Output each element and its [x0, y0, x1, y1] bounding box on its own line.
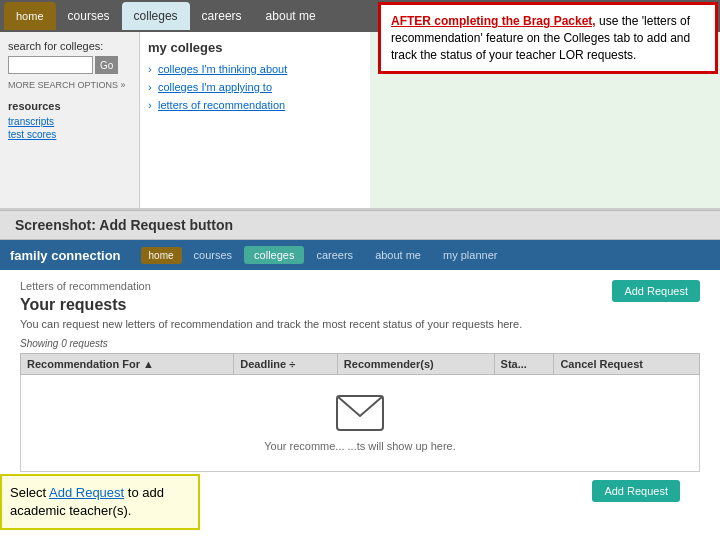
table-header-row: Recommendation For ▲ Deadline ÷ Recommen…: [21, 354, 700, 375]
col-deadline: Deadline ÷: [234, 354, 338, 375]
my-colleges-title: my colleges: [148, 40, 362, 55]
fc-nav: home courses colleges careers about me m…: [141, 246, 710, 264]
lor-breadcrumb: Letters of recommendation: [20, 280, 700, 292]
bottom-cta-text: Select Add Request to add academic teach…: [10, 484, 190, 520]
showing-label: Showing 0 requests: [20, 338, 700, 349]
col-recommendation-for: Recommendation For ▲: [21, 354, 234, 375]
col-status: Sta...: [494, 354, 554, 375]
cta-prefix: Select: [10, 485, 49, 500]
more-options-link[interactable]: MORE SEARCH OPTIONS »: [8, 80, 131, 90]
fc-tab-careers[interactable]: careers: [306, 246, 363, 264]
add-request-button-bottom[interactable]: Add Request: [592, 480, 680, 502]
center-panel: my colleges colleges I'm thinking about …: [140, 32, 370, 210]
lor-description: You can request new letters of recommend…: [20, 318, 700, 330]
letters-of-recommendation-link[interactable]: letters of recommendation: [148, 99, 362, 111]
transcripts-link[interactable]: transcripts: [8, 116, 131, 127]
nav-tab-careers[interactable]: careers: [190, 2, 254, 30]
resources-label: resources: [8, 100, 131, 112]
empty-text: Your recomme... ...ts will show up here.: [42, 440, 678, 452]
fc-tab-my-planner[interactable]: my planner: [433, 246, 507, 264]
colleges-applying-link[interactable]: colleges I'm applying to: [148, 81, 362, 93]
screenshot-label: Screenshot: Add Request button: [0, 210, 720, 240]
test-scores-link[interactable]: test scores: [8, 129, 131, 140]
overlay-title: AFTER completing the Brag Packet,: [391, 14, 596, 28]
table-empty-row: Your recomme... ...ts will show up here.: [21, 375, 700, 472]
search-row: Go: [8, 56, 131, 74]
fc-header: family connection home courses colleges …: [0, 240, 720, 270]
colleges-thinking-link[interactable]: colleges I'm thinking about: [148, 63, 362, 75]
fc-tab-about-me[interactable]: about me: [365, 246, 431, 264]
left-panel: search for colleges: Go MORE SEARCH OPTI…: [0, 32, 140, 210]
go-button[interactable]: Go: [95, 56, 118, 74]
empty-state: Your recomme... ...ts will show up here.: [27, 379, 693, 467]
fc-logo: family connection: [10, 248, 121, 263]
col-cancel: Cancel Request: [554, 354, 700, 375]
nav-tab-colleges[interactable]: colleges: [122, 2, 190, 30]
lor-table: Recommendation For ▲ Deadline ÷ Recommen…: [20, 353, 700, 472]
add-request-button-top[interactable]: Add Request: [612, 280, 700, 302]
nav-tab-about[interactable]: about me: [254, 2, 328, 30]
cta-link[interactable]: Add Request: [49, 485, 124, 500]
fc-nav-home[interactable]: home: [141, 247, 182, 264]
col-recommender: Recommender(s): [337, 354, 494, 375]
nav-tab-courses[interactable]: courses: [56, 2, 122, 30]
lor-title: Your requests: [20, 296, 700, 314]
bottom-cta-box: Select Add Request to add academic teach…: [0, 474, 200, 530]
search-label: search for colleges:: [8, 40, 131, 52]
fc-tab-colleges[interactable]: colleges: [244, 246, 304, 264]
email-icon: [335, 394, 385, 432]
fc-tab-courses[interactable]: courses: [184, 246, 243, 264]
search-input[interactable]: [8, 56, 93, 74]
nav-tab-home[interactable]: home: [4, 2, 56, 30]
overlay-box: AFTER completing the Brag Packet, use th…: [378, 2, 718, 74]
